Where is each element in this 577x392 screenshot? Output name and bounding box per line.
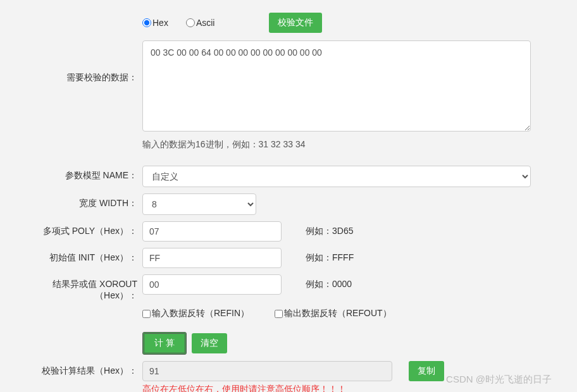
calculate-button[interactable]: 计 算: [142, 332, 187, 355]
width-label: 宽度 WIDTH：: [19, 193, 142, 209]
refout-checkbox[interactable]: 输出数据反转（REFOUT）: [275, 308, 392, 319]
ascii-radio-label: Ascii: [196, 18, 215, 28]
hex-radio-input[interactable]: [142, 18, 151, 27]
result-warning: 高位在左低位在右，使用时请注意高低位顺序！！！: [142, 384, 346, 392]
xorout-input[interactable]: [142, 274, 282, 295]
poly-label: 多项式 POLY（Hex）：: [19, 221, 142, 237]
xorout-example: 例如：0000: [306, 279, 352, 290]
xorout-label: 结果异或值 XOROUT（Hex）：: [19, 274, 142, 302]
hex-radio[interactable]: Hex: [142, 18, 168, 28]
width-select[interactable]: 8: [142, 193, 256, 215]
format-radio-group: Hex Ascii: [142, 18, 214, 28]
init-label: 初始值 INIT（Hex）：: [19, 248, 142, 264]
input-data-textarea[interactable]: [142, 40, 531, 132]
init-example: 例如：FFFF: [306, 252, 354, 264]
refout-checkbox-label: 输出数据反转（REFOUT）: [284, 308, 392, 319]
refin-checkbox[interactable]: 输入数据反转（REFIN）: [142, 308, 249, 319]
ascii-radio[interactable]: Ascii: [186, 18, 215, 28]
init-input[interactable]: [142, 248, 282, 268]
poly-example: 例如：3D65: [306, 226, 353, 237]
name-select[interactable]: 自定义: [142, 166, 531, 187]
ascii-radio-input[interactable]: [186, 18, 195, 27]
input-data-label: 需要校验的数据：: [19, 40, 142, 83]
name-label: 参数模型 NAME：: [19, 166, 142, 181]
result-hex-input[interactable]: [142, 361, 392, 381]
hex-radio-label: Hex: [152, 18, 168, 28]
refout-checkbox-input[interactable]: [275, 310, 283, 318]
refin-checkbox-input[interactable]: [142, 310, 151, 318]
input-hint: 输入的数据为16进制，例如：31 32 33 34: [142, 139, 306, 150]
copy-hex-button[interactable]: 复制: [409, 361, 444, 381]
result-hex-label: 校验计算结果（Hex）：: [19, 361, 142, 377]
clear-button[interactable]: 清空: [192, 333, 227, 353]
verify-file-button[interactable]: 校验文件: [269, 13, 322, 33]
poly-input[interactable]: [142, 221, 282, 242]
refin-checkbox-label: 输入数据反转（REFIN）: [152, 308, 249, 319]
